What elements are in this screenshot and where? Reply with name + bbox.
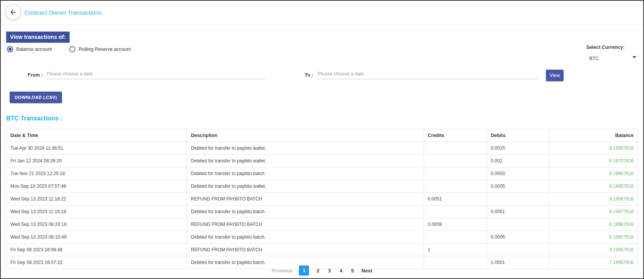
- col-header-balance: Balance: [549, 129, 637, 142]
- pagination-pages: 12345: [299, 266, 355, 276]
- col-header-description: Description: [187, 129, 424, 142]
- radio-label: Rolling Reserve account: [78, 47, 131, 52]
- cell-balance: 8.19907916: [549, 167, 637, 180]
- table-row: Wed Sep 13 2023 08:15:49 Debited for tra…: [7, 231, 638, 244]
- from-label: From :: [28, 72, 43, 78]
- radio-rolling-reserve-account[interactable]: Rolling Reserve account: [69, 46, 131, 52]
- col-header-credits: Credits: [424, 129, 487, 142]
- table-row: Mon Sep 18 2023 07:57:46 Debited for tra…: [7, 180, 638, 193]
- table-row: Wed Sep 13 2023 11:16:22 REFUND FROM PAY…: [7, 193, 638, 205]
- cell-date-time: Fri Jan 12 2024 08:26:20: [7, 155, 187, 167]
- cell-date-time: Fri Sep 08 2023 16:08:48: [7, 244, 187, 256]
- cell-balance: 8.19477916: [549, 205, 637, 218]
- cell-balance: 8.19907916: [549, 231, 637, 244]
- cell-debits: [487, 193, 549, 205]
- cell-balance: 8.19987916: [549, 193, 637, 205]
- radio-icon: [69, 46, 75, 52]
- cell-description: Debited for transfer to paybito wallet.: [187, 142, 424, 155]
- pagination-page-3[interactable]: 3: [327, 268, 332, 274]
- chevron-down-icon: [632, 56, 636, 58]
- cell-description: REFUND FROM PAYBITO BATCH: [187, 244, 424, 256]
- cell-description: Debited for transfer to paybito wallet.: [187, 180, 424, 193]
- currency-selected-value: BTC: [589, 56, 599, 61]
- page-title: Contract Owner Transactions: [25, 9, 102, 16]
- cell-balance: 8.19707916: [549, 155, 637, 167]
- transactions-table: Date & Time Description Credits Debits B…: [6, 129, 638, 269]
- cell-description: REFUND FROM PAYBITO BATCH: [187, 218, 424, 231]
- pagination-page-1[interactable]: 1: [299, 266, 309, 276]
- currency-select[interactable]: BTC: [586, 55, 637, 62]
- radio-label: Balance account: [16, 47, 52, 52]
- pagination-page-2[interactable]: 2: [315, 268, 320, 274]
- cell-date-time: Tue Nov 21 2023 12:25:18: [7, 167, 187, 180]
- table-row: Tue Apr 30 2024 11:38:51 Debited for tra…: [7, 142, 638, 155]
- cell-debits: 0.0051: [487, 205, 549, 218]
- cell-date-time: Wed Sep 13 2023 08:20:18: [7, 218, 187, 231]
- col-header-date-time: Date & Time: [7, 129, 187, 142]
- cell-date-time: Mon Sep 18 2023 07:57:46: [7, 180, 187, 193]
- cell-date-time: Wed Sep 13 2023 08:15:49: [7, 231, 187, 244]
- to-label: To :: [305, 72, 313, 78]
- table-row: Tue Nov 21 2023 12:25:18 Debited for tra…: [7, 167, 638, 180]
- cell-debits: 0.002: [487, 155, 549, 167]
- cell-credits: [424, 231, 487, 244]
- col-header-debits: Debits: [487, 129, 549, 142]
- cell-description: Debited for transfer to paybito batch.: [187, 167, 424, 180]
- currency-block: Select Currency: BTC: [586, 45, 637, 62]
- cell-balance: 8.19557916: [549, 142, 637, 155]
- cell-credits: [424, 142, 487, 155]
- view-transactions-of-label: View transactions of:: [6, 32, 70, 43]
- to-date-input[interactable]: [318, 68, 539, 79]
- cell-debits: 0.0015: [487, 142, 549, 155]
- account-type-radio-group: Balance account Rolling Reserve account: [7, 46, 131, 52]
- pagination-previous[interactable]: Previous: [272, 268, 293, 274]
- transactions-table-wrap: Date & Time Description Credits Debits B…: [6, 129, 638, 269]
- cell-credits: 0.0008: [424, 218, 487, 231]
- download-csv-button[interactable]: DOWNLOAD (.CSV): [10, 92, 62, 103]
- from-date-input[interactable]: [47, 68, 265, 79]
- back-button[interactable]: [6, 5, 20, 20]
- radio-icon: [7, 46, 13, 52]
- cell-description: Debited for transfer to paybito batch.: [187, 231, 424, 244]
- table-row: Fri Sep 08 2023 16:08:48 REFUND FROM PAY…: [7, 244, 638, 256]
- transactions-tbody: Tue Apr 30 2024 11:38:51 Debited for tra…: [7, 142, 638, 269]
- cell-balance: 8.19957916: [549, 244, 637, 256]
- cell-credits: [424, 205, 487, 218]
- cell-description: REFUND FROM PAYBITO BATCH: [187, 193, 424, 205]
- cell-date-time: Wed Sep 13 2023 11:16:22: [7, 193, 187, 205]
- pagination-page-4[interactable]: 4: [338, 268, 344, 274]
- cell-credits: [424, 167, 487, 180]
- table-row: Wed Sep 13 2023 08:20:18 REFUND FROM PAY…: [7, 218, 638, 231]
- arrow-left-icon: [9, 8, 17, 16]
- cell-date-time: Tue Apr 30 2024 11:38:51: [7, 142, 187, 155]
- top-bar: Contract Owner Transactions: [1, 1, 643, 25]
- pagination-page-5[interactable]: 5: [350, 268, 355, 274]
- cell-balance: 8.19937916: [549, 180, 637, 193]
- cell-debits: [487, 244, 549, 256]
- contract-owner-transactions-page: Contract Owner Transactions View transac…: [0, 0, 644, 279]
- cell-debits: 0.0005: [487, 180, 549, 193]
- cell-balance: 8.19987916: [549, 218, 637, 231]
- btc-transactions-title: BTC Transactions :: [6, 115, 62, 122]
- table-header-row: Date & Time Description Credits Debits B…: [7, 129, 638, 142]
- cell-credits: [424, 155, 487, 167]
- cell-debits: 0.0003: [487, 167, 549, 180]
- cell-credits: [424, 180, 487, 193]
- cell-credits: 1: [424, 244, 487, 256]
- cell-date-time: Wed Sep 13 2023 11:15:18: [7, 205, 187, 218]
- select-currency-label: Select Currency:: [586, 45, 637, 50]
- cell-description: Debited for transfer to paybito wallet.: [187, 155, 424, 167]
- cell-description: Debited for transfer to paybito batch.: [187, 205, 424, 218]
- pagination: Previous 12345 Next: [1, 266, 643, 276]
- cell-debits: [487, 218, 549, 231]
- table-row: Fri Jan 12 2024 08:26:20 Debited for tra…: [7, 155, 638, 167]
- table-row: Wed Sep 13 2023 11:15:18 Debited for tra…: [7, 205, 638, 218]
- cell-debits: 0.0005: [487, 231, 549, 244]
- pagination-next[interactable]: Next: [361, 268, 372, 274]
- radio-balance-account[interactable]: Balance account: [7, 46, 52, 52]
- cell-credits: 0.0051: [424, 193, 487, 205]
- view-button[interactable]: View: [546, 70, 564, 81]
